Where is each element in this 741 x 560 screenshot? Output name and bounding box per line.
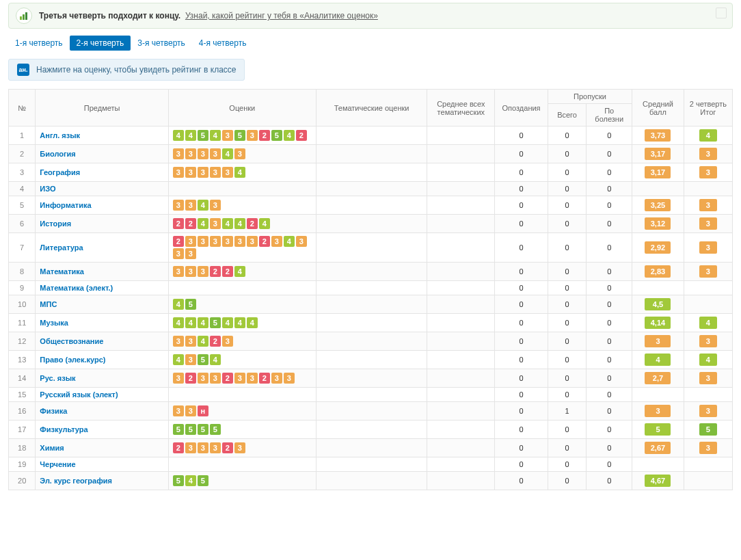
- grade-mark[interactable]: 4: [173, 317, 184, 328]
- grade-mark[interactable]: 4: [185, 475, 196, 486]
- tab-quarter-4[interactable]: 4-я четверть: [192, 36, 254, 51]
- avg-badge[interactable]: 3,12: [645, 217, 671, 230]
- subject-link[interactable]: Англ. язык: [40, 131, 80, 139]
- grade-mark[interactable]: 2: [222, 442, 233, 453]
- grade-mark[interactable]: 3: [234, 148, 245, 159]
- avg-badge[interactable]: 3,17: [645, 148, 671, 160]
- avg-badge[interactable]: 2,92: [645, 241, 671, 254]
- grade-mark[interactable]: 4: [234, 317, 245, 328]
- grade-mark[interactable]: 2: [259, 130, 270, 141]
- avg-badge[interactable]: 2,67: [645, 442, 671, 454]
- grade-mark[interactable]: 2: [259, 236, 270, 247]
- grade-mark[interactable]: 3: [185, 266, 196, 277]
- grade-mark[interactable]: 4: [234, 218, 245, 229]
- final-badge[interactable]: 5: [699, 423, 717, 436]
- grade-mark[interactable]: 3: [198, 148, 208, 159]
- grade-mark[interactable]: 4: [198, 336, 208, 347]
- grade-mark[interactable]: 2: [185, 218, 196, 229]
- grade-mark[interactable]: 5: [210, 317, 221, 328]
- avg-badge[interactable]: 3: [645, 405, 671, 417]
- subject-link[interactable]: Химия: [40, 444, 64, 452]
- subject-link[interactable]: Обществознание: [40, 337, 103, 345]
- grade-mark[interactable]: 4: [234, 167, 245, 178]
- grade-mark[interactable]: 4: [284, 236, 295, 247]
- grade-mark[interactable]: 3: [210, 218, 221, 229]
- final-badge[interactable]: 4: [699, 129, 717, 142]
- grade-mark[interactable]: 5: [198, 354, 208, 365]
- avg-badge[interactable]: 4,67: [645, 475, 671, 487]
- grade-mark[interactable]: 4: [234, 266, 245, 277]
- grade-mark[interactable]: 2: [296, 130, 307, 141]
- final-badge[interactable]: 3: [699, 405, 717, 417]
- grade-mark[interactable]: 3: [185, 354, 196, 365]
- grade-mark[interactable]: 3: [296, 236, 307, 247]
- subject-link[interactable]: География: [40, 168, 80, 176]
- final-badge[interactable]: 3: [699, 335, 717, 347]
- grade-mark[interactable]: 4: [198, 200, 208, 211]
- subject-link[interactable]: История: [40, 219, 71, 228]
- grade-mark[interactable]: 4: [222, 218, 233, 229]
- tab-quarter-3[interactable]: 3-я четверть: [131, 36, 192, 51]
- grade-mark[interactable]: 3: [173, 336, 184, 347]
- grade-mark[interactable]: 2: [185, 373, 196, 384]
- grade-mark[interactable]: 4: [173, 354, 184, 365]
- grade-mark[interactable]: 4: [210, 130, 221, 141]
- grade-mark[interactable]: 4: [173, 130, 184, 141]
- avg-badge[interactable]: 5: [645, 423, 671, 436]
- grade-mark[interactable]: 5: [198, 424, 208, 435]
- grade-mark[interactable]: 3: [173, 266, 184, 277]
- grade-mark[interactable]: 5: [198, 475, 208, 486]
- final-badge[interactable]: 3: [699, 372, 717, 384]
- subject-link[interactable]: ИЗО: [40, 185, 55, 193]
- grade-mark[interactable]: 4: [198, 317, 208, 328]
- subject-link[interactable]: Русский язык (элект): [40, 390, 118, 399]
- grade-mark[interactable]: 3: [222, 167, 233, 178]
- avg-badge[interactable]: 4,5: [645, 298, 671, 310]
- tab-quarter-1[interactable]: 1-я четверть: [8, 36, 70, 51]
- avg-badge[interactable]: 2,83: [645, 265, 671, 278]
- grade-mark[interactable]: 2: [222, 266, 233, 277]
- avg-badge[interactable]: 4,14: [645, 317, 671, 329]
- subject-link[interactable]: Физика: [40, 407, 67, 415]
- grade-mark[interactable]: 5: [210, 424, 221, 435]
- subject-link[interactable]: Математика: [40, 267, 84, 276]
- grade-mark[interactable]: н: [198, 405, 208, 416]
- grade-mark[interactable]: 3: [234, 373, 245, 384]
- grade-mark[interactable]: 2: [173, 442, 184, 453]
- final-badge[interactable]: 3: [699, 148, 717, 160]
- grade-mark[interactable]: 3: [210, 373, 221, 384]
- final-badge[interactable]: 3: [699, 199, 717, 211]
- grade-mark[interactable]: 3: [210, 236, 221, 247]
- tab-quarter-2[interactable]: 2-я четверть: [70, 36, 131, 51]
- banner-link[interactable]: Узнай, какой рейтинг у тебя в «Аналитике…: [185, 11, 378, 21]
- final-badge[interactable]: 3: [699, 265, 717, 278]
- grade-mark[interactable]: 5: [234, 130, 245, 141]
- subject-link[interactable]: Биология: [40, 150, 75, 158]
- grade-mark[interactable]: 3: [222, 236, 233, 247]
- grade-mark[interactable]: 3: [222, 130, 233, 141]
- grade-mark[interactable]: 2: [210, 266, 221, 277]
- subject-link[interactable]: Информатика: [40, 201, 91, 209]
- grade-mark[interactable]: 2: [173, 218, 184, 229]
- grade-mark[interactable]: 3: [173, 248, 184, 259]
- grade-mark[interactable]: 3: [173, 405, 184, 416]
- grade-mark[interactable]: 2: [173, 236, 184, 247]
- subject-link[interactable]: Черчение: [40, 460, 75, 468]
- final-badge[interactable]: 4: [699, 317, 717, 329]
- grade-mark[interactable]: 4: [185, 317, 196, 328]
- subject-link[interactable]: МПС: [40, 300, 57, 308]
- grade-mark[interactable]: 2: [222, 373, 233, 384]
- subject-link[interactable]: Физкультура: [40, 425, 87, 434]
- grade-mark[interactable]: 3: [222, 336, 233, 347]
- grade-mark[interactable]: 4: [173, 299, 184, 310]
- grade-mark[interactable]: 3: [185, 148, 196, 159]
- grade-mark[interactable]: 3: [247, 373, 258, 384]
- grade-mark[interactable]: 3: [247, 130, 258, 141]
- grade-mark[interactable]: 3: [271, 373, 282, 384]
- grade-mark[interactable]: 3: [210, 148, 221, 159]
- grade-mark[interactable]: 3: [173, 167, 184, 178]
- avg-badge[interactable]: 3,25: [645, 199, 671, 211]
- final-badge[interactable]: 4: [699, 354, 717, 366]
- grade-mark[interactable]: 4: [185, 130, 196, 141]
- grade-mark[interactable]: 4: [198, 218, 208, 229]
